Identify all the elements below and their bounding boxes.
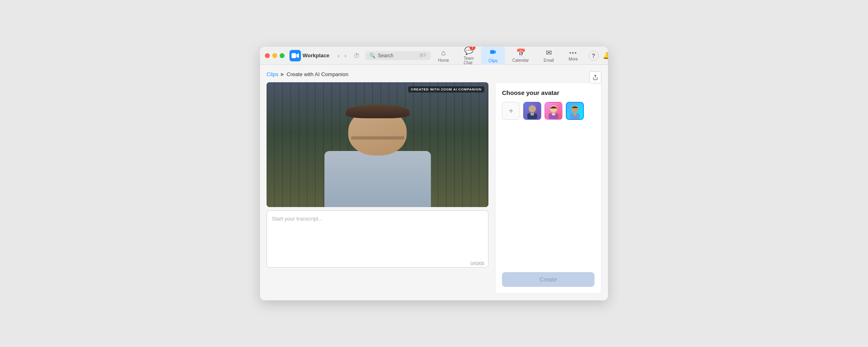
avatar-option-3[interactable]	[566, 102, 584, 120]
search-label: Search	[378, 53, 393, 59]
home-icon: ⌂	[441, 49, 446, 57]
svg-point-6	[550, 105, 557, 113]
avatar-2-image	[545, 103, 562, 119]
video-preview: CREATED WITH ZOOM AI COMPANION	[267, 82, 488, 207]
zoom-icon	[289, 50, 301, 61]
svg-point-9	[571, 105, 579, 113]
help-button[interactable]: ?	[589, 51, 599, 61]
avatar-3-image	[567, 103, 583, 119]
nav-email-label: Email	[544, 58, 554, 63]
clips-icon	[489, 48, 497, 58]
svg-point-3	[529, 105, 536, 113]
minimize-button[interactable]	[272, 53, 277, 58]
app-title: Workplace	[303, 52, 330, 59]
team-chat-badge: 3	[470, 47, 475, 50]
notifications-button[interactable]: 🔔	[601, 50, 608, 61]
right-nav: ? 🔔 📋 ✦ U	[589, 50, 608, 61]
video-background: CREATED WITH ZOOM AI COMPANION	[267, 82, 488, 207]
spacer	[502, 126, 594, 266]
nav-clips-label: Clips	[488, 59, 497, 63]
nav-email[interactable]: ✉ Email	[536, 47, 561, 64]
ai-watermark: CREATED WITH ZOOM AI COMPANION	[408, 86, 484, 92]
breadcrumb-clips-link[interactable]: Clips	[267, 71, 278, 77]
close-button[interactable]	[265, 53, 270, 58]
breadcrumb: Clips ▶ Create with AI Companion	[267, 71, 601, 77]
nav-team-chat-label: Team Chat	[464, 56, 474, 65]
avatar-1-image	[524, 103, 540, 119]
zoom-logo: Workplace	[289, 50, 330, 61]
svg-marker-1	[296, 53, 299, 58]
content-area: Clips ▶ Create with AI Companion	[260, 65, 608, 300]
nav-clips[interactable]: Clips	[481, 47, 505, 65]
search-bar[interactable]: 🔍 Search ⌘F	[365, 51, 431, 60]
avatar-option-1[interactable]	[523, 102, 541, 120]
more-icon: •••	[569, 50, 577, 56]
calendar-icon: 📅	[516, 48, 525, 57]
nav-more[interactable]: ••• More	[561, 48, 585, 63]
nav-more-label: More	[569, 57, 578, 61]
plus-icon: +	[509, 106, 513, 116]
title-bar: Workplace ‹ › ⏱ 🔍 Search ⌘F ⌂ Home 3 💬 T…	[260, 47, 608, 65]
app-window: Workplace ‹ › ⏱ 🔍 Search ⌘F ⌂ Home 3 💬 T…	[260, 47, 608, 300]
nav-calendar[interactable]: 📅 Calendar	[505, 47, 536, 64]
left-panel: CREATED WITH ZOOM AI COMPANION 0/5000	[267, 82, 488, 294]
history-button[interactable]: ⏱	[351, 52, 362, 60]
back-button[interactable]: ‹	[336, 52, 341, 60]
search-icon: 🔍	[369, 53, 375, 59]
nav-home-label: Home	[438, 58, 449, 63]
nav-home[interactable]: ⌂ Home	[431, 47, 457, 64]
svg-rect-0	[292, 53, 296, 58]
search-shortcut: ⌘F	[419, 53, 427, 58]
share-button[interactable]	[589, 71, 601, 83]
avatar-option-2[interactable]	[545, 102, 563, 120]
nav-team-chat[interactable]: 3 💬 Team Chat	[457, 47, 481, 67]
breadcrumb-separator: ▶	[281, 72, 284, 77]
create-button[interactable]: Create	[502, 272, 594, 287]
transcript-input[interactable]	[267, 210, 488, 268]
transcript-counter: 0/5000	[470, 261, 484, 266]
forward-button[interactable]: ›	[343, 52, 348, 60]
email-icon: ✉	[546, 48, 552, 57]
maximize-button[interactable]	[280, 53, 285, 58]
svg-rect-5	[531, 113, 534, 115]
svg-rect-8	[552, 113, 555, 115]
transcript-area: 0/5000	[267, 210, 488, 269]
breadcrumb-row: Clips ▶ Create with AI Companion	[267, 71, 601, 77]
svg-rect-11	[573, 113, 576, 115]
breadcrumb-current: Create with AI Companion	[287, 71, 348, 77]
traffic-lights	[265, 53, 285, 58]
main-content: CREATED WITH ZOOM AI COMPANION 0/5000 Ch…	[267, 82, 601, 294]
nav-arrows: ‹ ›	[336, 52, 348, 60]
nav-calendar-label: Calendar	[512, 58, 529, 63]
avatar-list: +	[502, 102, 594, 120]
avatar-panel-title: Choose your avatar	[502, 89, 594, 96]
add-avatar-button[interactable]: +	[502, 102, 520, 120]
avatar-panel: Choose your avatar +	[495, 82, 601, 294]
main-nav: ⌂ Home 3 💬 Team Chat Clips 📅 Calendar ✉ …	[431, 47, 585, 67]
